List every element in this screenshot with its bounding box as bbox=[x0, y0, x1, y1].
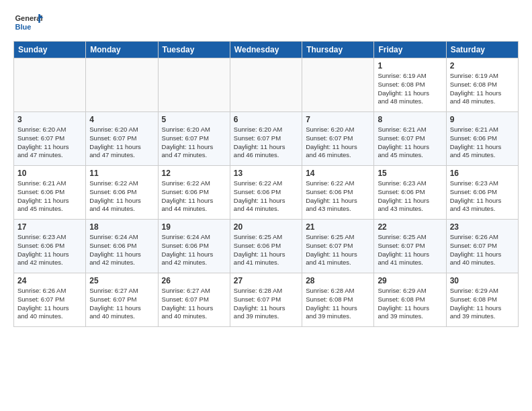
week-row-3: 10Sunrise: 6:21 AM Sunset: 6:06 PM Dayli… bbox=[14, 166, 519, 220]
day-number: 21 bbox=[306, 222, 370, 232]
day-info: Sunrise: 6:20 AM Sunset: 6:07 PM Dayligh… bbox=[234, 126, 298, 160]
day-cell: 25Sunrise: 6:27 AM Sunset: 6:07 PM Dayli… bbox=[86, 273, 158, 327]
day-info: Sunrise: 6:23 AM Sunset: 6:06 PM Dayligh… bbox=[17, 233, 82, 267]
day-cell: 19Sunrise: 6:24 AM Sunset: 6:06 PM Dayli… bbox=[158, 220, 230, 273]
day-number: 30 bbox=[450, 276, 515, 285]
day-cell: 23Sunrise: 6:26 AM Sunset: 6:07 PM Dayli… bbox=[446, 220, 518, 273]
day-info: Sunrise: 6:27 AM Sunset: 6:07 PM Dayligh… bbox=[162, 287, 226, 321]
day-info: Sunrise: 6:22 AM Sunset: 6:06 PM Dayligh… bbox=[306, 179, 370, 214]
day-cell: 26Sunrise: 6:27 AM Sunset: 6:07 PM Dayli… bbox=[158, 273, 230, 327]
day-number: 2 bbox=[450, 61, 515, 71]
day-number: 29 bbox=[378, 276, 442, 285]
day-info: Sunrise: 6:27 AM Sunset: 6:07 PM Dayligh… bbox=[89, 287, 154, 321]
day-cell: 27Sunrise: 6:28 AM Sunset: 6:07 PM Dayli… bbox=[230, 273, 302, 327]
day-info: Sunrise: 6:22 AM Sunset: 6:06 PM Dayligh… bbox=[89, 179, 154, 214]
day-number: 24 bbox=[17, 276, 82, 285]
day-cell: 29Sunrise: 6:29 AM Sunset: 6:08 PM Dayli… bbox=[374, 273, 446, 327]
day-number: 3 bbox=[17, 115, 82, 124]
day-info: Sunrise: 6:25 AM Sunset: 6:07 PM Dayligh… bbox=[378, 233, 442, 267]
day-cell: 5Sunrise: 6:20 AM Sunset: 6:07 PM Daylig… bbox=[158, 112, 230, 166]
day-info: Sunrise: 6:20 AM Sunset: 6:07 PM Dayligh… bbox=[89, 126, 154, 160]
day-number: 16 bbox=[450, 169, 515, 178]
day-cell: 15Sunrise: 6:23 AM Sunset: 6:06 PM Dayli… bbox=[374, 166, 446, 220]
col-header-friday: Friday bbox=[374, 42, 446, 58]
day-number: 22 bbox=[378, 222, 442, 232]
day-cell: 28Sunrise: 6:28 AM Sunset: 6:08 PM Dayli… bbox=[302, 273, 374, 327]
day-cell bbox=[14, 58, 86, 112]
day-number: 18 bbox=[89, 222, 154, 232]
day-info: Sunrise: 6:25 AM Sunset: 6:07 PM Dayligh… bbox=[306, 233, 370, 267]
day-number: 8 bbox=[378, 115, 442, 124]
day-info: Sunrise: 6:22 AM Sunset: 6:06 PM Dayligh… bbox=[162, 179, 226, 214]
day-info: Sunrise: 6:21 AM Sunset: 6:07 PM Dayligh… bbox=[378, 126, 442, 160]
day-info: Sunrise: 6:25 AM Sunset: 6:06 PM Dayligh… bbox=[234, 233, 298, 267]
col-header-tuesday: Tuesday bbox=[158, 42, 230, 58]
day-cell: 7Sunrise: 6:20 AM Sunset: 6:07 PM Daylig… bbox=[302, 112, 374, 166]
day-cell: 14Sunrise: 6:22 AM Sunset: 6:06 PM Dayli… bbox=[302, 166, 374, 220]
col-header-sunday: Sunday bbox=[14, 42, 86, 58]
day-cell: 22Sunrise: 6:25 AM Sunset: 6:07 PM Dayli… bbox=[374, 220, 446, 273]
day-cell: 4Sunrise: 6:20 AM Sunset: 6:07 PM Daylig… bbox=[86, 112, 158, 166]
day-number: 27 bbox=[234, 276, 298, 285]
day-cell: 6Sunrise: 6:20 AM Sunset: 6:07 PM Daylig… bbox=[230, 112, 302, 166]
day-info: Sunrise: 6:20 AM Sunset: 6:07 PM Dayligh… bbox=[17, 126, 82, 160]
day-number: 28 bbox=[306, 276, 370, 285]
col-header-monday: Monday bbox=[86, 42, 158, 58]
day-cell bbox=[158, 58, 230, 112]
day-number: 13 bbox=[234, 169, 298, 178]
day-number: 15 bbox=[378, 169, 442, 178]
week-row-2: 3Sunrise: 6:20 AM Sunset: 6:07 PM Daylig… bbox=[14, 112, 519, 166]
day-cell: 10Sunrise: 6:21 AM Sunset: 6:06 PM Dayli… bbox=[14, 166, 86, 220]
day-number: 17 bbox=[17, 222, 82, 232]
day-cell: 20Sunrise: 6:25 AM Sunset: 6:06 PM Dayli… bbox=[230, 220, 302, 273]
day-cell: 24Sunrise: 6:26 AM Sunset: 6:07 PM Dayli… bbox=[14, 273, 86, 327]
col-header-thursday: Thursday bbox=[302, 42, 374, 58]
day-cell: 16Sunrise: 6:23 AM Sunset: 6:06 PM Dayli… bbox=[446, 166, 518, 220]
day-number: 20 bbox=[234, 222, 298, 232]
day-cell: 12Sunrise: 6:22 AM Sunset: 6:06 PM Dayli… bbox=[158, 166, 230, 220]
page: General Blue SundayMondayTuesdayWednesda… bbox=[0, 0, 532, 334]
day-info: Sunrise: 6:23 AM Sunset: 6:06 PM Dayligh… bbox=[450, 179, 515, 214]
calendar-table: SundayMondayTuesdayWednesdayThursdayFrid… bbox=[13, 41, 519, 327]
week-row-1: 1Sunrise: 6:19 AM Sunset: 6:08 PM Daylig… bbox=[14, 58, 519, 112]
day-info: Sunrise: 6:23 AM Sunset: 6:06 PM Dayligh… bbox=[378, 179, 442, 214]
day-info: Sunrise: 6:26 AM Sunset: 6:07 PM Dayligh… bbox=[450, 233, 515, 267]
col-header-saturday: Saturday bbox=[446, 42, 518, 58]
svg-text:Blue: Blue bbox=[15, 23, 32, 31]
day-number: 1 bbox=[378, 61, 442, 71]
day-info: Sunrise: 6:20 AM Sunset: 6:07 PM Dayligh… bbox=[306, 126, 370, 160]
day-number: 9 bbox=[450, 115, 515, 124]
day-number: 7 bbox=[306, 115, 370, 124]
day-number: 10 bbox=[17, 169, 82, 178]
day-number: 4 bbox=[89, 115, 154, 124]
day-cell bbox=[302, 58, 374, 112]
week-row-4: 17Sunrise: 6:23 AM Sunset: 6:06 PM Dayli… bbox=[14, 220, 519, 273]
logo-icon: General Blue bbox=[13, 11, 50, 34]
header-row: SundayMondayTuesdayWednesdayThursdayFrid… bbox=[14, 42, 519, 58]
day-cell: 11Sunrise: 6:22 AM Sunset: 6:06 PM Dayli… bbox=[86, 166, 158, 220]
day-cell: 18Sunrise: 6:24 AM Sunset: 6:06 PM Dayli… bbox=[86, 220, 158, 273]
day-info: Sunrise: 6:24 AM Sunset: 6:06 PM Dayligh… bbox=[89, 233, 154, 267]
day-info: Sunrise: 6:20 AM Sunset: 6:07 PM Dayligh… bbox=[162, 126, 226, 160]
day-info: Sunrise: 6:19 AM Sunset: 6:08 PM Dayligh… bbox=[450, 72, 515, 106]
day-number: 26 bbox=[162, 276, 226, 285]
col-header-wednesday: Wednesday bbox=[230, 42, 302, 58]
day-cell: 21Sunrise: 6:25 AM Sunset: 6:07 PM Dayli… bbox=[302, 220, 374, 273]
day-info: Sunrise: 6:21 AM Sunset: 6:06 PM Dayligh… bbox=[450, 126, 515, 160]
day-cell: 9Sunrise: 6:21 AM Sunset: 6:06 PM Daylig… bbox=[446, 112, 518, 166]
day-number: 6 bbox=[234, 115, 298, 124]
day-cell bbox=[86, 58, 158, 112]
day-info: Sunrise: 6:19 AM Sunset: 6:08 PM Dayligh… bbox=[378, 72, 442, 106]
day-number: 11 bbox=[89, 169, 154, 178]
header: General Blue bbox=[13, 11, 519, 34]
day-number: 19 bbox=[162, 222, 226, 232]
day-cell: 8Sunrise: 6:21 AM Sunset: 6:07 PM Daylig… bbox=[374, 112, 446, 166]
day-cell: 13Sunrise: 6:22 AM Sunset: 6:06 PM Dayli… bbox=[230, 166, 302, 220]
day-info: Sunrise: 6:21 AM Sunset: 6:06 PM Dayligh… bbox=[17, 179, 82, 214]
day-number: 5 bbox=[162, 115, 226, 124]
day-info: Sunrise: 6:26 AM Sunset: 6:07 PM Dayligh… bbox=[17, 287, 82, 321]
day-cell: 1Sunrise: 6:19 AM Sunset: 6:08 PM Daylig… bbox=[374, 58, 446, 112]
day-info: Sunrise: 6:28 AM Sunset: 6:08 PM Dayligh… bbox=[306, 287, 370, 321]
day-number: 12 bbox=[162, 169, 226, 178]
day-cell bbox=[230, 58, 302, 112]
